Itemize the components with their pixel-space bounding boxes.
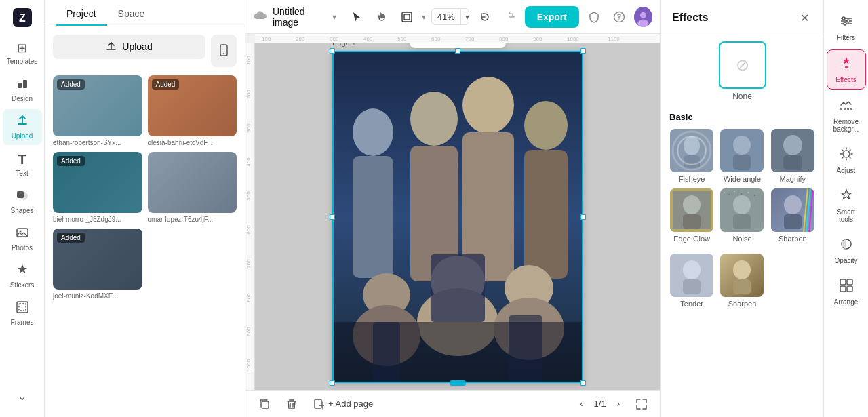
handle-top-middle[interactable]: [455, 48, 460, 54]
canvas-page[interactable]: •••: [332, 51, 583, 383]
shield-button[interactable]: [585, 6, 604, 28]
title-chevron[interactable]: ▾: [332, 12, 336, 22]
app-logo[interactable]: Z: [10, 5, 35, 30]
fullscreen-button[interactable]: [631, 396, 652, 412]
handle-middle-left[interactable]: [330, 214, 335, 220]
zoom-chevron[interactable]: ▾: [460, 9, 470, 24]
export-button[interactable]: Export: [525, 6, 579, 28]
image-label-3: biel-morro-_J8ZdgJ9...: [53, 216, 142, 223]
right-icon-remove-bg[interactable]: Remove backgr...: [827, 92, 866, 138]
effect-magnify[interactable]: Magnify: [770, 129, 815, 183]
sidebar-item-more[interactable]: ⌄: [3, 384, 42, 410]
sidebar-item-frames[interactable]: Frames: [3, 296, 42, 332]
shapes-icon: [16, 189, 28, 205]
upload-button[interactable]: Upload: [53, 35, 205, 59]
select-icon: [351, 12, 362, 22]
effect-sharpen[interactable]: Sharpen: [770, 188, 815, 243]
frames-label: Frames: [11, 319, 34, 326]
svg-rect-68: [684, 155, 700, 169]
sidebar-item-upload[interactable]: Upload: [3, 109, 42, 145]
image-thumb-1[interactable]: Added: [53, 75, 142, 136]
right-icon-adjust[interactable]: Adjust: [827, 141, 866, 180]
canvas-main[interactable]: Page 1: [255, 43, 660, 390]
effect-wideangle[interactable]: Wide angle: [719, 129, 764, 183]
image-thumb-2[interactable]: Added: [148, 75, 237, 136]
right-icon-smart-tools[interactable]: Smart tools: [827, 182, 866, 229]
right-icon-arrange[interactable]: Arrange: [827, 273, 866, 311]
sidebar-item-photos[interactable]: Photos: [3, 221, 42, 257]
handle-top-right[interactable]: [580, 48, 586, 54]
handle-bottom-left[interactable]: [330, 380, 335, 386]
wideangle-thumb: [720, 129, 764, 172]
svg-rect-64: [262, 401, 269, 408]
svg-text:800: 800: [499, 36, 509, 42]
tab-space[interactable]: Space: [107, 0, 156, 26]
delete-button[interactable]: [281, 396, 302, 412]
hand-tool-button[interactable]: [372, 6, 392, 28]
svg-rect-2: [18, 83, 22, 88]
image-thumb-5[interactable]: Added: [53, 229, 142, 290]
effect-tender[interactable]: Tender: [669, 254, 714, 308]
image-grid: Added ethan-robertson-SYx... Added olesi…: [53, 75, 237, 300]
effect-edgeglow[interactable]: Edge Glow: [669, 188, 714, 243]
frame-tool-button[interactable]: [397, 6, 416, 28]
sidebar-item-stickers[interactable]: Stickers: [3, 258, 42, 294]
select-tool-button[interactable]: [347, 6, 367, 28]
image-label-5: joel-muniz-KodMXE...: [53, 292, 142, 300]
trash-icon: [286, 399, 297, 410]
svg-rect-116: [847, 286, 852, 292]
mobile-icon: [218, 44, 230, 56]
svg-rect-5: [17, 191, 24, 198]
handle-bottom-right[interactable]: [580, 380, 586, 386]
bottom-bar: + Add page ‹ 1/1 ›: [245, 390, 660, 417]
filters-label: Filters: [837, 34, 855, 41]
help-button[interactable]: [610, 6, 629, 28]
image-label-1: ethan-robertson-SYx...: [53, 139, 142, 146]
handle-bottom-middle[interactable]: [450, 380, 466, 386]
templates-label: Templates: [7, 58, 38, 65]
svg-rect-13: [404, 14, 410, 20]
none-thumb: ⊘: [719, 41, 766, 89]
svg-rect-9: [19, 304, 26, 311]
duplicate-button[interactable]: [254, 396, 275, 412]
basic-section-title: Basic: [669, 112, 815, 122]
sidebar-item-text[interactable]: T Text: [3, 146, 42, 182]
image-thumb-4[interactable]: [148, 152, 237, 213]
right-icon-filters[interactable]: Filters: [827, 8, 866, 47]
undo-button[interactable]: [475, 6, 494, 28]
next-page-button[interactable]: ›: [612, 396, 625, 412]
sidebar-item-design[interactable]: Design: [3, 72, 42, 108]
image-thumb-3[interactable]: Added: [53, 152, 142, 213]
svg-text:1000: 1000: [567, 36, 579, 42]
prev-page-button[interactable]: ‹: [574, 396, 588, 412]
upload-row: Upload: [53, 35, 237, 67]
svg-rect-12: [402, 12, 412, 22]
svg-point-70: [678, 137, 705, 164]
user-avatar[interactable]: [634, 7, 652, 27]
handle-top-left[interactable]: [330, 48, 335, 54]
none-option[interactable]: ⊘ None: [669, 41, 815, 101]
right-icon-opacity[interactable]: Opacity: [827, 231, 866, 270]
mobile-button[interactable]: [211, 35, 237, 67]
effect-sharpen2[interactable]: Sharpen: [719, 254, 764, 308]
handle-middle-right[interactable]: [580, 214, 586, 220]
redo-button[interactable]: [500, 6, 519, 28]
svg-point-43: [410, 92, 458, 146]
sidebar-item-templates[interactable]: ⊞ Templates: [3, 35, 42, 71]
smart-tools-label: Smart tools: [831, 208, 862, 223]
add-page-button[interactable]: + Add page: [308, 396, 378, 412]
none-cross-icon: ⊘: [736, 56, 749, 75]
svg-text:200: 200: [245, 90, 252, 99]
svg-point-98: [683, 260, 701, 279]
effect-noise[interactable]: Noise: [719, 188, 764, 243]
filters-icon: [839, 14, 854, 32]
svg-rect-99: [683, 279, 701, 294]
added-badge-3: Added: [57, 156, 85, 166]
more-icon: ⌄: [18, 390, 26, 403]
effect-fisheye[interactable]: Fisheye: [669, 129, 714, 183]
right-icon-effects[interactable]: Effects: [827, 49, 866, 90]
sidebar-item-shapes[interactable]: Shapes: [3, 184, 42, 220]
sharpen2-label: Sharpen: [728, 300, 757, 308]
effects-close-button[interactable]: ✕: [796, 9, 812, 26]
tab-project[interactable]: Project: [56, 0, 107, 26]
